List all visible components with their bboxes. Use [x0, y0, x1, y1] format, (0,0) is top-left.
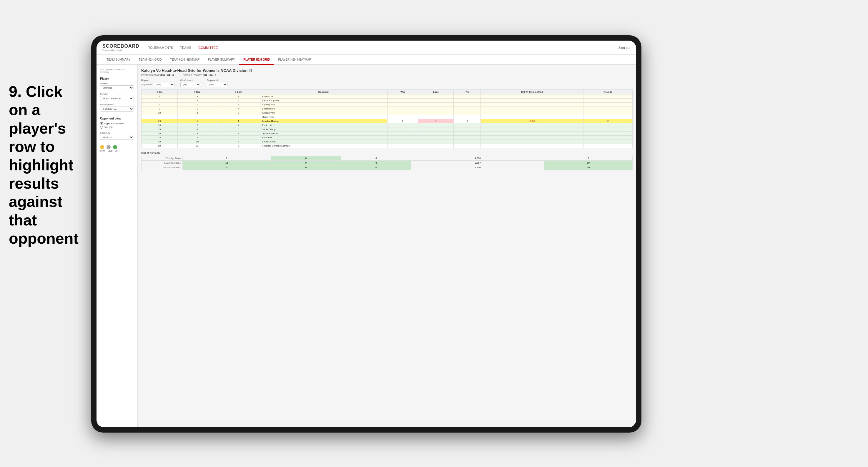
cell-reg: 9: [178, 131, 217, 136]
sub-nav-player-summary[interactable]: PLAYER SUMMARY: [204, 55, 239, 65]
cell-reg: [178, 115, 217, 119]
cell-conf: 1: [217, 131, 260, 136]
cell-reg: 2: [178, 136, 217, 140]
out-div-win: 15: [183, 161, 271, 165]
nav-link-tournaments[interactable]: TOURNAMENTS: [148, 46, 173, 50]
filter-group-opponent: Opponent (All): [207, 79, 227, 87]
opponent-view-section: Opponent view Opponents Played Top 100: [100, 117, 134, 129]
conference-select[interactable]: (All): [180, 82, 201, 87]
cell-loss: [418, 136, 454, 140]
player-rank-label: Player (Rank): [100, 103, 134, 106]
panel-timestamp: Last Updated: 27/03/2024 16:55:28: [100, 68, 134, 73]
sub-nav-team-h2h-grid[interactable]: TEAM H2H GRID: [135, 55, 166, 65]
out-div-team: NCAA Division 2: [142, 165, 183, 170]
cell-loss: [418, 111, 454, 115]
cell-div: [142, 115, 178, 119]
cell-div: 13: [142, 119, 178, 123]
sub-nav: TEAM SUMMARY TEAM H2H GRID TEAM H2H HEAT…: [96, 55, 636, 65]
color-label-down: Down: [100, 150, 105, 152]
region-select[interactable]: (All): [154, 82, 175, 87]
colour-by-select[interactable]: Win/loss: [100, 135, 134, 140]
cell-diff: [481, 131, 584, 136]
cell-loss: [418, 140, 454, 144]
cell-conf: 3: [217, 111, 260, 115]
radio-top100-label: Top 100: [104, 126, 113, 129]
grid-records: Overall Record: 353 - 34 - 6 Division Re…: [141, 73, 632, 76]
color-indicators: [100, 145, 134, 149]
cell-div: 19: [142, 140, 178, 144]
cell-rounds: 2: [584, 119, 632, 123]
out-div-loss: 0: [271, 165, 341, 170]
out-div-win: 5: [183, 165, 271, 170]
nav-link-teams[interactable]: TEAMS: [180, 46, 191, 50]
opponent-view-title: Opponent view: [100, 117, 134, 120]
opponent-select[interactable]: (All): [207, 82, 227, 87]
left-panel: Last Updated: 27/03/2024 16:55:28 Player…: [96, 65, 138, 427]
cell-div: 18: [142, 136, 178, 140]
cell-reg: 1: [178, 119, 217, 123]
table-row[interactable]: 18 2 2 Euna Lee: [142, 136, 632, 140]
cell-tie: [454, 127, 481, 131]
radio-opponents-played-icon: [100, 122, 103, 125]
table-row[interactable]: 14 7 4 Eunice Yi: [142, 123, 632, 127]
cell-opponent: Eunice Yi: [260, 123, 387, 127]
table-row[interactable]: 9 1 4 Sharon Mun: [142, 107, 632, 111]
cell-loss: [418, 99, 454, 103]
out-div-loss: 0: [271, 156, 341, 161]
table-row[interactable]: 6 1 3 Sydney Kuo: [142, 103, 632, 107]
highlighted-table-row[interactable]: 13 1 1 Jessica Huang 0 1 0 -3.00 2: [142, 119, 632, 123]
nav-links: TOURNAMENTS TEAMS COMMITTEE: [148, 46, 218, 50]
cell-win: [387, 140, 418, 144]
cell-opponent: Sydney Kuo: [260, 103, 387, 107]
instruction-number: 9.: [9, 83, 22, 100]
table-row[interactable]: 16 9 1 Jessica Mason: [142, 131, 632, 136]
cell-reg: 2: [178, 99, 217, 103]
cell-rounds: [584, 94, 632, 99]
sub-nav-team-h2h-heatmap[interactable]: TEAM H2H HEATMAP: [166, 55, 204, 65]
cell-loss: [418, 123, 454, 127]
color-label-level: Level: [108, 150, 113, 152]
logo-sub: Powered by clippd: [102, 49, 140, 52]
division-select[interactable]: NCAA Division III: [100, 96, 134, 101]
cell-opponent: Sharon Mun: [260, 107, 387, 111]
filter-group-conference: Conference (All): [180, 79, 201, 87]
out-div-tie: 0: [341, 165, 411, 170]
cell-tie: [454, 136, 481, 140]
sub-nav-player-h2h-grid[interactable]: PLAYER H2H GRID: [239, 55, 274, 65]
nav-link-committee[interactable]: COMMITTEE: [198, 46, 218, 50]
player-rank-select[interactable]: 8. Katelyn Vo: [100, 106, 134, 112]
out-of-division-table: Foreign Team 1 0 0 4.500 2 NAIA Division…: [141, 156, 632, 170]
out-div-rounds: 2: [544, 156, 632, 161]
logo-text: SCOREBOARD: [102, 43, 140, 49]
filter-group-region: Region Opponents: (All): [141, 79, 175, 87]
table-row[interactable]: 5 2 2 Alexis Sudjianto: [142, 99, 632, 103]
radio-top100[interactable]: Top 100: [100, 126, 134, 129]
radio-opponents-played[interactable]: Opponents Played: [100, 122, 134, 125]
opponents-label: Opponents:: [141, 83, 153, 86]
player-section-title: Player: [100, 77, 134, 80]
cell-diff: [481, 136, 584, 140]
col-header-div: # Div: [142, 90, 178, 94]
cell-rounds: [584, 99, 632, 103]
cell-opponent: Federica Domecq Lacroze: [260, 144, 387, 148]
nav-left: SCOREBOARD Powered by clippd TOURNAMENTS…: [102, 43, 218, 52]
division-record: Division Record: 331 - 34 - 6: [183, 73, 216, 76]
sub-nav-player-h2h-heatmap[interactable]: PLAYER H2H HEATMAP: [274, 55, 315, 65]
cell-opponent: Jessica Huang: [260, 119, 387, 123]
cell-diff: [481, 140, 584, 144]
sub-nav-team-summary[interactable]: TEAM SUMMARY: [102, 55, 135, 65]
table-row[interactable]: 20 11 7 Federica Domecq Lacroze: [142, 144, 632, 148]
cell-tie: [454, 99, 481, 103]
cell-conf: 1: [217, 119, 260, 123]
cell-conf: 4: [217, 107, 260, 111]
table-row[interactable]: 15 8 5 Stella Chang: [142, 127, 632, 131]
table-row[interactable]: 10 6 3 Andrea York: [142, 111, 632, 115]
sign-out-link[interactable]: Sign out: [619, 46, 630, 50]
table-row[interactable]: 19 10 6 Emily Chang: [142, 140, 632, 144]
cell-reg: 7: [178, 123, 217, 127]
cell-diff: [481, 127, 584, 131]
table-row[interactable]: 3 3 1 Esther Lee: [142, 94, 632, 99]
table-row[interactable]: Haeju Hyun: [142, 115, 632, 119]
gender-select[interactable]: Women's: [100, 85, 134, 90]
color-dot-up: [113, 145, 117, 149]
